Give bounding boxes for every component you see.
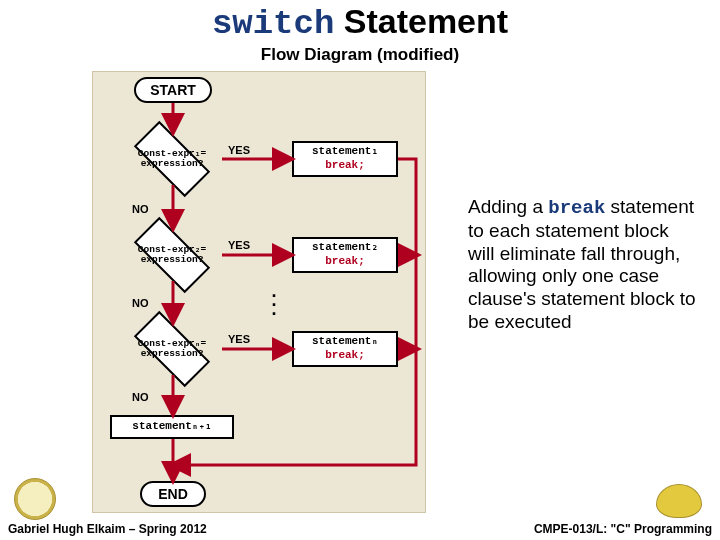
uc-seal-icon — [14, 478, 56, 520]
title-keyword: switch — [212, 5, 334, 43]
slide-title: switch Statement — [0, 2, 720, 43]
slug-mascot-icon — [656, 484, 702, 518]
explanation: Adding a break statement to each stateme… — [468, 196, 700, 334]
footer-course: CMPE-013/L: "C" Programming — [534, 522, 712, 536]
break-keyword: break — [548, 197, 605, 219]
footer-author: Gabriel Hugh Elkaim – Spring 2012 — [8, 522, 207, 536]
title-rest: Statement — [334, 2, 508, 40]
slide-subtitle: Flow Diagram (modified) — [0, 45, 720, 65]
arrows — [0, 71, 460, 521]
